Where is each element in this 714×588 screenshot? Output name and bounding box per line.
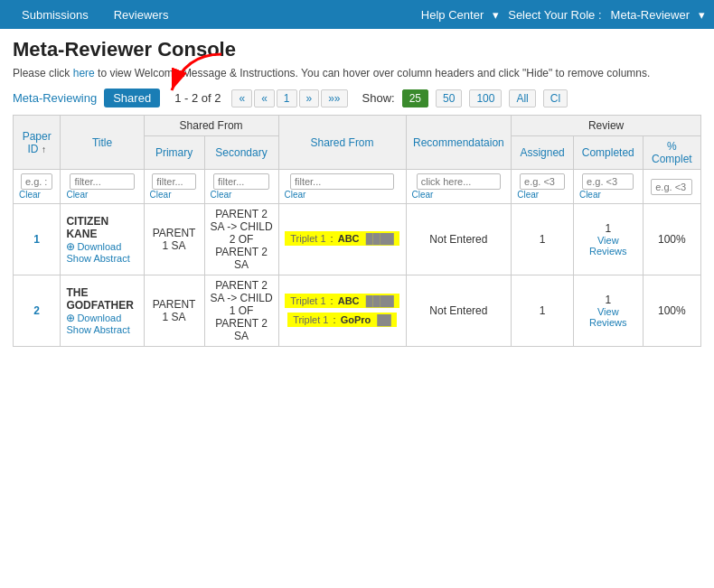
filter-recommendation: Clear bbox=[406, 170, 512, 204]
tab-meta-reviewing[interactable]: Meta-Reviewing bbox=[13, 91, 97, 105]
prev-page-button[interactable]: « bbox=[254, 89, 275, 107]
main-table: PaperID ↑ Title Shared From Shared From … bbox=[13, 115, 701, 347]
nav-reviewers[interactable]: Reviewers bbox=[101, 1, 182, 29]
top-navigation: Submissions Reviewers Help Center ▾ Sele… bbox=[0, 0, 714, 29]
triplet-prefix-1-0: Triplet 1 bbox=[290, 233, 325, 244]
filter-primary: Clear bbox=[144, 170, 204, 204]
col-header-pct: % Complet bbox=[643, 136, 700, 170]
page-1-button[interactable]: 1 bbox=[277, 89, 297, 107]
table-row: 1 CITIZEN KANE ⊕Download Show Abstract P… bbox=[14, 204, 701, 275]
filter-secondary-clear[interactable]: Clear bbox=[211, 190, 273, 200]
show-100-button[interactable]: 100 bbox=[469, 89, 502, 107]
nav-right: Help Center ▾ Select Your Role : Meta-Re… bbox=[421, 8, 705, 22]
cell-completed-2: 1 View Reviews bbox=[573, 275, 643, 347]
show-abstract-link-1[interactable]: Show Abstract bbox=[66, 253, 137, 264]
filter-paperid: Clear bbox=[14, 170, 61, 204]
col-header-primary: Primary bbox=[144, 136, 204, 170]
filter-recommendation-clear[interactable]: Clear bbox=[412, 190, 506, 200]
role-value[interactable]: Meta-Reviewer bbox=[611, 8, 690, 22]
filter-title-input[interactable] bbox=[70, 173, 134, 190]
cell-pct-2: 100% bbox=[643, 275, 700, 347]
show-25-button[interactable]: 25 bbox=[402, 89, 428, 107]
tab-shared[interactable]: Shared bbox=[104, 89, 160, 107]
triplet-badge-2-1: Triplet 1 : GoPro ██ bbox=[285, 313, 400, 329]
cell-secondary-1: PARENT 2 SA -> CHILD 2 OF PARENT 2 SA bbox=[204, 204, 278, 275]
show-cl-button[interactable]: Cl bbox=[543, 89, 568, 107]
filter-completed-clear[interactable]: Clear bbox=[579, 190, 637, 200]
paper-id-1[interactable]: 1 bbox=[33, 233, 40, 246]
cell-secondary-2: PARENT 2 SA -> CHILD 1 OF PARENT 2 SA bbox=[204, 275, 278, 347]
toolbar: Meta-Reviewing Shared 1 - 2 of 2 « « 1 »… bbox=[13, 89, 701, 107]
paper-id-2[interactable]: 2 bbox=[33, 304, 40, 317]
triplet-extra-2-0: ████ bbox=[366, 295, 394, 306]
filter-paperid-input[interactable] bbox=[21, 173, 52, 190]
filter-assigned-input[interactable] bbox=[520, 173, 565, 190]
role-label: Select Your Role : bbox=[508, 8, 601, 22]
sort-paperid-icon[interactable]: ↑ bbox=[42, 145, 46, 154]
download-link-2[interactable]: ⊕Download bbox=[66, 313, 121, 323]
view-reviews-link-1[interactable]: View Reviews bbox=[579, 235, 637, 257]
cell-recommendation-2: Not Entered bbox=[406, 275, 512, 347]
assigned-2: 1 bbox=[540, 304, 546, 317]
nav-submissions[interactable]: Submissions bbox=[9, 1, 101, 29]
secondary-sa-2: PARENT 2 SA -> CHILD 1 OF PARENT 2 SA bbox=[211, 279, 273, 342]
filter-completed-input[interactable] bbox=[582, 173, 634, 190]
filter-secondary-input[interactable] bbox=[213, 173, 269, 190]
filter-sharedfrom-input[interactable] bbox=[290, 173, 394, 190]
show-50-button[interactable]: 50 bbox=[436, 89, 462, 107]
primary-sa-1: PARENT 1 SA bbox=[153, 227, 196, 252]
triplet-prefix-2-0: Triplet 1 bbox=[290, 295, 325, 306]
cell-primary-1: PARENT 1 SA bbox=[144, 204, 204, 275]
filter-sharedfrom-clear[interactable]: Clear bbox=[285, 190, 400, 200]
col-header-assigned: Assigned bbox=[512, 136, 574, 170]
role-dropdown-icon[interactable]: ▾ bbox=[699, 8, 705, 22]
nav-dropdown-icon[interactable]: ▾ bbox=[493, 8, 499, 22]
instructions-link[interactable]: here bbox=[73, 67, 95, 79]
filter-paperid-clear[interactable]: Clear bbox=[19, 190, 54, 200]
secondary-sa-1: PARENT 2 SA -> CHILD 2 OF PARENT 2 SA bbox=[211, 208, 273, 271]
download-link-1[interactable]: ⊕Download bbox=[66, 241, 121, 252]
paper-title-2: THE GODFATHER bbox=[66, 286, 137, 312]
filter-primary-input[interactable] bbox=[152, 173, 196, 190]
last-page-button[interactable]: »» bbox=[321, 89, 347, 107]
cell-title-2: THE GODFATHER ⊕Download Show Abstract bbox=[61, 275, 144, 347]
first-page-button[interactable]: « bbox=[231, 89, 252, 107]
completed-count-2: 1 bbox=[605, 294, 611, 306]
cell-paperid-1: 1 bbox=[14, 204, 61, 275]
pct-2: 100% bbox=[658, 304, 686, 317]
cell-assigned-2: 1 bbox=[512, 275, 574, 347]
page-subtitle: Please click here to view Welcome Messag… bbox=[13, 67, 701, 79]
col-header-completed: Completed bbox=[573, 136, 643, 170]
filter-secondary: Clear bbox=[204, 170, 278, 204]
recommendation-1: Not Entered bbox=[429, 233, 487, 246]
col-group-review: Review bbox=[512, 116, 701, 136]
show-abstract-link-2[interactable]: Show Abstract bbox=[66, 324, 137, 335]
page-title: Meta-Reviewer Console bbox=[13, 38, 701, 61]
triplet-val-1-0: ABC bbox=[338, 233, 360, 244]
table-row: 2 THE GODFATHER ⊕Download Show Abstract … bbox=[14, 275, 701, 347]
nav-left: Submissions Reviewers bbox=[9, 1, 181, 29]
filter-completed: Clear bbox=[573, 170, 643, 204]
col-header-title: Title bbox=[61, 116, 144, 170]
help-center-link[interactable]: Help Center bbox=[421, 8, 484, 22]
cell-sharedfrom-2: Triplet 1 : ABC ████ Triplet 1 : GoPro █… bbox=[278, 275, 406, 347]
filter-recommendation-input[interactable] bbox=[417, 173, 501, 190]
filter-assigned-clear[interactable]: Clear bbox=[517, 190, 568, 200]
col-header-paperid: PaperID ↑ bbox=[14, 116, 61, 170]
triplet-badge-1-0: Triplet 1 : ABC ████ bbox=[285, 231, 400, 247]
filter-sharedfrom: Clear bbox=[278, 170, 406, 204]
filter-assigned: Clear bbox=[512, 170, 574, 204]
show-all-button[interactable]: All bbox=[509, 89, 535, 107]
filter-pct-input[interactable] bbox=[651, 179, 692, 195]
filter-title-clear[interactable]: Clear bbox=[66, 190, 137, 200]
recommendation-2: Not Entered bbox=[429, 304, 487, 317]
filter-primary-clear[interactable]: Clear bbox=[150, 190, 199, 200]
view-reviews-link-2[interactable]: View Reviews bbox=[579, 306, 637, 328]
next-page-button[interactable]: » bbox=[299, 89, 320, 107]
triplet-val-2-1: GoPro bbox=[341, 314, 371, 325]
col-header-recommendation: Recommendataion bbox=[406, 116, 512, 170]
pct-1: 100% bbox=[658, 233, 686, 246]
filter-title: Clear bbox=[61, 170, 144, 204]
cell-assigned-1: 1 bbox=[512, 204, 574, 275]
pagination-info: 1 - 2 of 2 bbox=[174, 91, 221, 105]
